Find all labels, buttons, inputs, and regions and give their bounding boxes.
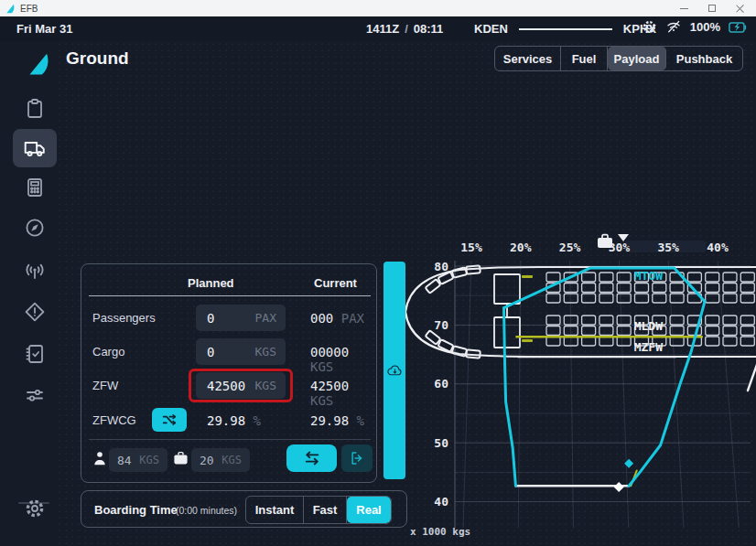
brand-tail-logo bbox=[27, 52, 51, 76]
person-icon bbox=[92, 450, 107, 466]
svg-text:35%: 35% bbox=[657, 241, 679, 254]
zfw-highlight-box bbox=[189, 369, 293, 402]
svg-text:x 1000 kgs: x 1000 kgs bbox=[410, 526, 470, 538]
calculator-icon bbox=[24, 177, 46, 198]
deboard-button[interactable] bbox=[341, 444, 373, 472]
svg-text:60: 60 bbox=[434, 377, 448, 391]
route-progress-line bbox=[519, 28, 612, 30]
tab-fuel[interactable]: Fuel bbox=[561, 47, 608, 70]
sidebar-item-atc[interactable] bbox=[13, 251, 57, 289]
zfw-current: 42500 KGS bbox=[310, 379, 376, 408]
svg-text:15%: 15% bbox=[460, 241, 482, 254]
svg-text:70: 70 bbox=[434, 318, 448, 332]
boarding-mode-fast[interactable]: Fast bbox=[304, 497, 347, 523]
battery-percent: 100% bbox=[690, 20, 720, 34]
cargo-current: 00000 KGS bbox=[310, 345, 376, 374]
svg-text:20%: 20% bbox=[510, 241, 532, 254]
boarding-time-panel: Boarding Time (0:00 minutes) Instant Fas… bbox=[81, 490, 407, 528]
app-icon bbox=[5, 4, 16, 14]
gear-icon[interactable] bbox=[642, 19, 657, 35]
wifi-off-icon bbox=[665, 19, 682, 35]
sidebar-item-dashboard[interactable] bbox=[13, 90, 57, 128]
svg-text:MTOW: MTOW bbox=[634, 269, 663, 283]
sidebar-item-failures[interactable] bbox=[13, 293, 57, 331]
swap-arrows-icon bbox=[302, 450, 322, 466]
time-separator: / bbox=[399, 22, 414, 36]
boarding-mode-instant[interactable]: Instant bbox=[246, 497, 304, 523]
boarding-time-label: Boarding Time bbox=[94, 503, 178, 517]
status-bar: Fri Mar 31 1411Z/08:11 KDEN KPHX 100% bbox=[0, 16, 756, 41]
page-title: Ground bbox=[66, 48, 129, 69]
os-title-bar: EFB bbox=[0, 0, 756, 16]
svg-text:50: 50 bbox=[434, 436, 448, 450]
svg-text:80: 80 bbox=[434, 260, 448, 273]
deboard-icon bbox=[349, 450, 365, 466]
svg-text:40: 40 bbox=[434, 495, 448, 509]
svg-text:MLDW: MLDW bbox=[634, 319, 663, 333]
svg-text:30%: 30% bbox=[609, 241, 631, 254]
checklist-book-icon bbox=[24, 343, 46, 365]
passengers-label: Passengers bbox=[92, 311, 156, 325]
window-title: EFB bbox=[20, 4, 38, 14]
footer-divider bbox=[89, 439, 371, 440]
sidebar-item-settings[interactable] bbox=[13, 489, 57, 528]
randomize-cg-button[interactable] bbox=[152, 408, 187, 432]
truck-icon bbox=[23, 136, 47, 160]
flight-route: KDEN KPHX bbox=[474, 22, 656, 36]
svg-text:25%: 25% bbox=[559, 241, 581, 254]
header-divider bbox=[89, 295, 371, 296]
tab-payload[interactable]: Payload bbox=[608, 47, 666, 70]
sidebar-item-ground[interactable] bbox=[13, 129, 57, 167]
boarding-mode-group: Instant Fast Real bbox=[245, 496, 392, 524]
planned-column-header: Planned bbox=[188, 276, 234, 290]
origin-airport: KDEN bbox=[474, 22, 508, 36]
alert-diamond-icon bbox=[24, 301, 46, 323]
passengers-current: 000 PAX bbox=[310, 311, 364, 326]
maximize-icon[interactable] bbox=[708, 5, 716, 12]
cargo-input[interactable]: 0 KGS bbox=[196, 338, 286, 365]
tab-services[interactable]: Services bbox=[495, 47, 561, 70]
bag-weight-input[interactable]: 20 KGS bbox=[191, 448, 250, 472]
cargo-label: Cargo bbox=[92, 345, 124, 359]
svg-text:MZFW: MZFW bbox=[634, 340, 663, 354]
sidebar-item-performance[interactable] bbox=[13, 168, 57, 207]
utc-time: 1411Z bbox=[366, 22, 399, 36]
minimize-icon[interactable] bbox=[680, 8, 688, 9]
close-icon[interactable] bbox=[736, 4, 745, 13]
zfwcg-current: 29.98 % bbox=[310, 413, 364, 428]
passengers-input[interactable]: 0 PAX bbox=[196, 305, 286, 331]
payload-panel: Planned Current Passengers 0 PAX 000 PAX… bbox=[81, 263, 377, 483]
briefcase-icon bbox=[173, 451, 189, 466]
shuffle-icon bbox=[161, 412, 178, 428]
sliders-icon bbox=[24, 384, 46, 406]
zfw-label: ZFW bbox=[92, 379, 118, 392]
local-time: 08:11 bbox=[414, 22, 444, 36]
cg-envelope-chart: 15%20%25%30%35%40%8070605040MTOWMLDWMZFW… bbox=[403, 233, 756, 544]
board-button[interactable] bbox=[286, 444, 337, 472]
sidebar bbox=[0, 41, 57, 546]
ground-tab-bar: Services Fuel Payload Pushback bbox=[494, 46, 743, 71]
settings-gear-icon bbox=[24, 498, 46, 519]
pax-weight-input[interactable]: 84 KGS bbox=[109, 448, 167, 472]
date-label: Fri Mar 31 bbox=[16, 22, 72, 36]
antenna-icon bbox=[24, 259, 46, 281]
sidebar-item-navigation[interactable] bbox=[13, 209, 57, 247]
current-column-header: Current bbox=[314, 276, 357, 290]
clock: 1411Z/08:11 bbox=[366, 22, 443, 36]
sidebar-item-checklists[interactable] bbox=[13, 335, 57, 373]
battery-charging-icon bbox=[729, 21, 749, 34]
sidebar-item-presets[interactable] bbox=[13, 376, 57, 414]
boarding-mode-real[interactable]: Real bbox=[347, 497, 391, 523]
zfwcg-label: ZFWCG bbox=[92, 413, 136, 427]
efb-window: EFB Fri Mar 31 1411Z/08:11 KDEN KPHX bbox=[0, 0, 756, 546]
svg-text:40%: 40% bbox=[707, 241, 729, 254]
tab-pushback[interactable]: Pushback bbox=[666, 47, 742, 70]
zfwcg-planned: 29.98 % bbox=[207, 413, 261, 428]
boarding-duration: (0:00 minutes) bbox=[176, 505, 237, 516]
cloud-sync-icon bbox=[386, 363, 404, 378]
compass-icon bbox=[24, 217, 46, 239]
clipboard-icon bbox=[24, 98, 46, 120]
